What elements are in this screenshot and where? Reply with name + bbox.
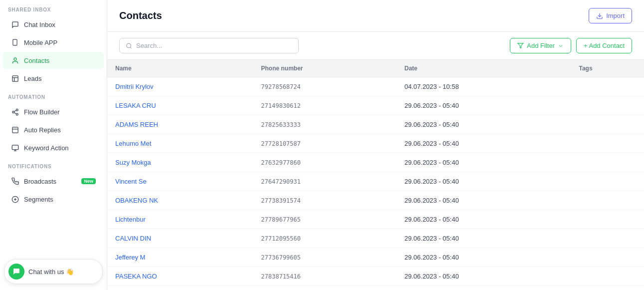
table-row: Lehumo Met2772810758729.06.2023 - 05:40 xyxy=(107,134,644,153)
contact-tags xyxy=(571,96,644,115)
col-tags: Tags xyxy=(571,60,644,77)
svg-point-7 xyxy=(12,111,14,113)
sidebar-item-auto-replies-label: Auto Replies xyxy=(24,126,61,134)
sidebar-item-segments[interactable]: Segments xyxy=(3,191,104,208)
contact-tags xyxy=(571,115,644,134)
table-row: OBAKENG NK2773839157429.06.2023 - 05:40 xyxy=(107,191,644,210)
contact-date: 29.06.2023 - 05:40 xyxy=(397,96,571,115)
contact-date: 29.06.2023 - 05:40 xyxy=(397,172,571,191)
contact-name[interactable]: Lehumo Met xyxy=(107,134,253,153)
sidebar-item-broadcasts[interactable]: Broadcasts New xyxy=(3,173,104,190)
contact-date: 29.06.2023 - 05:40 xyxy=(397,267,571,286)
contact-date: 29.06.2023 - 05:40 xyxy=(397,134,571,153)
chat-widget-label: Chat with us 👋 xyxy=(28,268,74,276)
table-row: LESAKA CRU2714983061229.06.2023 - 05:40 xyxy=(107,96,644,115)
svg-rect-13 xyxy=(12,145,18,149)
contact-name[interactable]: LESAKA CRU xyxy=(107,96,253,115)
import-button-label: Import xyxy=(606,12,625,19)
contact-tags xyxy=(571,134,644,153)
contact-name[interactable]: Dmitrii Krylov xyxy=(107,77,253,96)
contacts-table-wrap: Name Phone number Date Tags Dmitrii Kryl… xyxy=(107,60,644,290)
contact-tags xyxy=(571,229,644,248)
svg-line-9 xyxy=(14,112,16,113)
contact-tags xyxy=(571,248,644,267)
contact-phone: 79278568724 xyxy=(253,77,396,96)
sidebar-item-chat-inbox[interactable]: Chat Inbox xyxy=(3,16,104,33)
svg-rect-3 xyxy=(12,75,17,81)
chat-widget-circle xyxy=(8,264,24,280)
add-contact-button-label: + Add Contact xyxy=(584,42,625,49)
contact-phone: 27647290931 xyxy=(253,172,396,191)
col-name: Name xyxy=(107,60,253,77)
chevron-down-icon xyxy=(558,43,564,49)
contact-name[interactable]: ADAMS REEH xyxy=(107,115,253,134)
svg-point-8 xyxy=(16,113,18,115)
automation-section-label: AUTOMATION xyxy=(0,87,107,103)
contact-phone: 27149830612 xyxy=(253,96,396,115)
broadcasts-icon xyxy=(11,177,19,185)
sidebar-item-contacts[interactable]: Contacts xyxy=(3,52,104,69)
toolbar: Add Filter + Add Contact xyxy=(107,32,644,60)
sidebar: SHARED INBOX Chat Inbox Mobile APP Conta… xyxy=(0,0,107,290)
table-row: Jefferey M2773679960529.06.2023 - 05:40 xyxy=(107,248,644,267)
leads-icon xyxy=(11,74,19,82)
contact-date: 29.06.2023 - 05:40 xyxy=(397,153,571,172)
chat-widget[interactable]: Chat with us 👋 xyxy=(4,259,103,284)
keyword-action-icon xyxy=(11,144,19,152)
contact-phone: 27632977860 xyxy=(253,153,396,172)
contact-date: 29.06.2023 - 05:40 xyxy=(397,210,571,229)
page-header: Contacts Import xyxy=(107,0,644,32)
search-wrap[interactable] xyxy=(119,38,299,53)
svg-line-10 xyxy=(14,110,16,111)
table-header-row: Name Phone number Date Tags xyxy=(107,60,644,77)
sidebar-item-auto-replies[interactable]: Auto Replies xyxy=(3,121,104,138)
table-row: CALVIN DIN2771209556029.06.2023 - 05:40 xyxy=(107,229,644,248)
sidebar-item-contacts-label: Contacts xyxy=(24,57,49,64)
contact-date: 29.06.2023 - 05:40 xyxy=(397,248,571,267)
svg-point-20 xyxy=(127,43,131,48)
segments-icon xyxy=(11,195,19,203)
contact-name[interactable]: Jefferey M xyxy=(107,248,253,267)
import-button[interactable]: Import xyxy=(589,8,632,23)
filter-icon xyxy=(517,42,524,49)
contacts-table: Name Phone number Date Tags Dmitrii Kryl… xyxy=(107,60,644,286)
sidebar-item-flow-builder[interactable]: Flow Builder xyxy=(3,103,104,120)
col-date: Date xyxy=(397,60,571,77)
sidebar-item-keyword-action-label: Keyword Action xyxy=(24,144,69,152)
svg-rect-0 xyxy=(13,39,17,45)
contact-tags xyxy=(571,77,644,96)
contact-tags xyxy=(571,153,644,172)
flow-builder-icon xyxy=(11,108,19,116)
contact-name[interactable]: PASEKA NGO xyxy=(107,267,253,286)
table-row: Vincent Se2764729093129.06.2023 - 05:40 xyxy=(107,172,644,191)
shared-inbox-section-label: SHARED INBOX xyxy=(0,0,107,15)
contact-name[interactable]: Lichtenbur xyxy=(107,210,253,229)
sidebar-item-mobile-app[interactable]: Mobile APP xyxy=(3,34,104,51)
sidebar-item-leads-label: Leads xyxy=(24,75,41,82)
search-icon xyxy=(126,42,132,49)
contact-name[interactable]: CALVIN DIN xyxy=(107,229,253,248)
contact-date: 29.06.2023 - 05:40 xyxy=(397,229,571,248)
auto-replies-icon xyxy=(11,126,19,134)
sidebar-item-broadcasts-label: Broadcasts xyxy=(24,178,56,185)
contact-name[interactable]: Suzy Mokga xyxy=(107,153,253,172)
add-contact-button[interactable]: + Add Contact xyxy=(576,38,632,53)
svg-point-2 xyxy=(14,57,16,60)
contact-name[interactable]: Vincent Se xyxy=(107,172,253,191)
table-row: Suzy Mokga2763297786029.06.2023 - 05:40 xyxy=(107,153,644,172)
contact-phone: 27838715416 xyxy=(253,267,396,286)
col-phone: Phone number xyxy=(253,60,396,77)
contact-name[interactable]: OBAKENG NK xyxy=(107,191,253,210)
svg-point-6 xyxy=(16,109,18,111)
search-input[interactable] xyxy=(136,42,292,49)
sidebar-item-chat-inbox-label: Chat Inbox xyxy=(24,21,55,28)
sidebar-item-keyword-action[interactable]: Keyword Action xyxy=(3,139,104,156)
svg-line-21 xyxy=(130,47,131,48)
sidebar-item-flow-builder-label: Flow Builder xyxy=(24,108,60,116)
notifications-section-label: NOTIFICATIONS xyxy=(0,157,107,172)
sidebar-item-leads[interactable]: Leads xyxy=(3,70,104,87)
contact-phone: 27728107587 xyxy=(253,134,396,153)
contacts-icon xyxy=(11,56,19,64)
add-filter-button[interactable]: Add Filter xyxy=(510,38,571,53)
svg-rect-11 xyxy=(12,127,17,132)
